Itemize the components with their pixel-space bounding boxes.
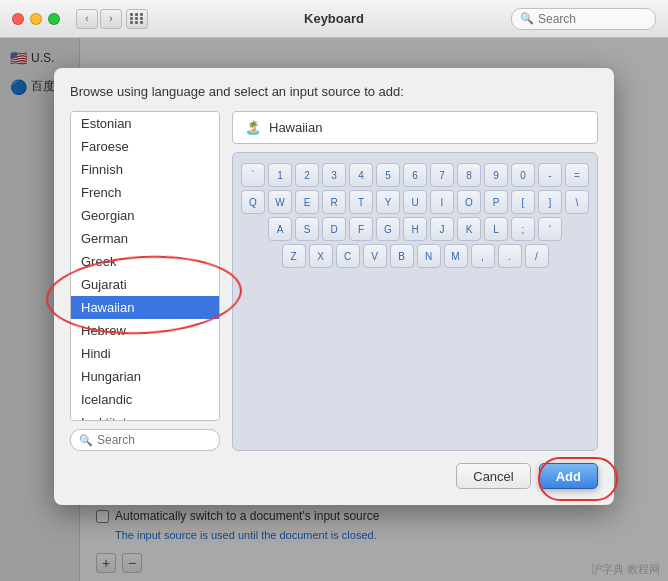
key-e[interactable]: E xyxy=(295,190,319,214)
back-button[interactable]: ‹ xyxy=(76,9,98,29)
lang-item-gujarati[interactable]: Gujarati xyxy=(71,273,219,296)
key-8[interactable]: 8 xyxy=(457,163,481,187)
key-lbracket[interactable]: [ xyxy=(511,190,535,214)
selected-language-name: Hawaiian xyxy=(269,120,322,135)
cancel-button[interactable]: Cancel xyxy=(456,463,530,489)
modal-footer: Cancel Add xyxy=(70,463,598,489)
search-icon: 🔍 xyxy=(520,12,534,25)
key-6[interactable]: 6 xyxy=(403,163,427,187)
key-comma[interactable]: , xyxy=(471,244,495,268)
language-search-input[interactable] xyxy=(97,433,211,447)
key-5[interactable]: 5 xyxy=(376,163,400,187)
lang-item-estonian[interactable]: Estonian xyxy=(71,112,219,135)
key-2[interactable]: 2 xyxy=(295,163,319,187)
key-minus[interactable]: - xyxy=(538,163,562,187)
lang-item-hebrew[interactable]: Hebrew xyxy=(71,319,219,342)
lang-item-faroese[interactable]: Faroese xyxy=(71,135,219,158)
key-q[interactable]: Q xyxy=(241,190,265,214)
title-bar: ‹ › Keyboard 🔍 xyxy=(0,0,668,38)
keyboard-preview: ` 1 2 3 4 5 6 7 8 9 0 - = xyxy=(232,152,598,451)
language-header: 🏝️ Hawaiian xyxy=(232,111,598,144)
keyboard-row-1: Q W E R T Y U I O P [ ] \ xyxy=(241,190,589,214)
lang-item-hungarian[interactable]: Hungarian xyxy=(71,365,219,388)
language-list[interactable]: Estonian Faroese Finnish French Georgian… xyxy=(70,111,220,421)
key-g[interactable]: G xyxy=(376,217,400,241)
key-k[interactable]: K xyxy=(457,217,481,241)
hawaii-flag-icon: 🏝️ xyxy=(245,120,261,135)
key-p[interactable]: P xyxy=(484,190,508,214)
lang-item-icelandic[interactable]: Icelandic xyxy=(71,388,219,411)
key-w[interactable]: W xyxy=(268,190,292,214)
grid-icon xyxy=(130,13,144,24)
watermark: 沪字典 教程网 xyxy=(591,562,660,577)
key-backtick[interactable]: ` xyxy=(241,163,265,187)
traffic-lights xyxy=(12,13,60,25)
key-v[interactable]: V xyxy=(363,244,387,268)
key-1[interactable]: 1 xyxy=(268,163,292,187)
key-7[interactable]: 7 xyxy=(430,163,454,187)
window-title: Keyboard xyxy=(304,11,364,26)
main-content: 🇺🇸 U.S. 🔵 百度 Show input menu in menu bar… xyxy=(0,38,668,581)
modal-title: Browse using language and select an inpu… xyxy=(70,84,598,99)
keyboard-row-0: ` 1 2 3 4 5 6 7 8 9 0 - = xyxy=(241,163,589,187)
key-s[interactable]: S xyxy=(295,217,319,241)
modal-overlay: Browse using language and select an inpu… xyxy=(0,38,668,581)
key-f[interactable]: F xyxy=(349,217,373,241)
key-j[interactable]: J xyxy=(430,217,454,241)
lang-item-georgian[interactable]: Georgian xyxy=(71,204,219,227)
key-slash[interactable]: / xyxy=(525,244,549,268)
key-period[interactable]: . xyxy=(498,244,522,268)
language-search[interactable]: 🔍 xyxy=(70,429,220,451)
key-z[interactable]: Z xyxy=(282,244,306,268)
lang-item-hindi[interactable]: Hindi xyxy=(71,342,219,365)
forward-button[interactable]: › xyxy=(100,9,122,29)
key-n[interactable]: N xyxy=(417,244,441,268)
key-d[interactable]: D xyxy=(322,217,346,241)
close-button[interactable] xyxy=(12,13,24,25)
maximize-button[interactable] xyxy=(48,13,60,25)
lang-item-finnish[interactable]: Finnish xyxy=(71,158,219,181)
key-9[interactable]: 9 xyxy=(484,163,508,187)
add-button[interactable]: Add xyxy=(539,463,598,489)
modal-body: Estonian Faroese Finnish French Georgian… xyxy=(70,111,598,451)
key-b[interactable]: B xyxy=(390,244,414,268)
key-y[interactable]: Y xyxy=(376,190,400,214)
key-rbracket[interactable]: ] xyxy=(538,190,562,214)
key-equals[interactable]: = xyxy=(565,163,589,187)
key-i[interactable]: I xyxy=(430,190,454,214)
keyboard-row-3: Z X C V B N M , . / xyxy=(241,244,589,268)
key-backslash[interactable]: \ xyxy=(565,190,589,214)
lang-item-german[interactable]: German xyxy=(71,227,219,250)
lang-item-inuktitut[interactable]: Inuktitut xyxy=(71,411,219,421)
language-list-container: Estonian Faroese Finnish French Georgian… xyxy=(70,111,220,451)
key-l[interactable]: L xyxy=(484,217,508,241)
search-input[interactable] xyxy=(538,12,647,26)
lang-item-hawaiian[interactable]: Hawaiian xyxy=(71,296,219,319)
key-3[interactable]: 3 xyxy=(322,163,346,187)
lang-search-icon: 🔍 xyxy=(79,434,93,447)
lang-item-french[interactable]: French xyxy=(71,181,219,204)
key-o[interactable]: O xyxy=(457,190,481,214)
key-u[interactable]: U xyxy=(403,190,427,214)
language-detail: 🏝️ Hawaiian ` 1 2 3 4 5 6 xyxy=(232,111,598,451)
keyboard-row-2: A S D F G H J K L ; ' xyxy=(241,217,589,241)
key-t[interactable]: T xyxy=(349,190,373,214)
key-semicolon[interactable]: ; xyxy=(511,217,535,241)
key-c[interactable]: C xyxy=(336,244,360,268)
lang-item-greek[interactable]: Greek xyxy=(71,250,219,273)
key-h[interactable]: H xyxy=(403,217,427,241)
modal-dialog: Browse using language and select an inpu… xyxy=(54,68,614,505)
key-r[interactable]: R xyxy=(322,190,346,214)
minimize-button[interactable] xyxy=(30,13,42,25)
search-bar[interactable]: 🔍 xyxy=(511,8,656,30)
key-a[interactable]: A xyxy=(268,217,292,241)
key-4[interactable]: 4 xyxy=(349,163,373,187)
key-quote[interactable]: ' xyxy=(538,217,562,241)
grid-button[interactable] xyxy=(126,9,148,29)
key-0[interactable]: 0 xyxy=(511,163,535,187)
nav-buttons: ‹ › xyxy=(76,9,122,29)
key-x[interactable]: X xyxy=(309,244,333,268)
key-m[interactable]: M xyxy=(444,244,468,268)
